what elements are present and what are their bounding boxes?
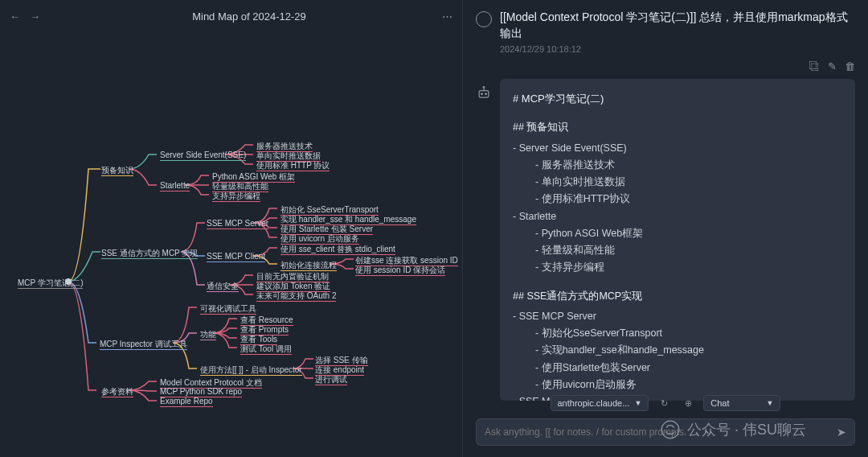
mm-node: 测试 Tool 调用 [240, 344, 292, 355]
md-h2: ## SSE通信方式的MCP实现 [513, 288, 842, 305]
more-menu-icon[interactable]: ⋯ [442, 10, 452, 23]
mm-node: 使用 session ID 保持会话 [355, 266, 445, 276]
svg-rect-1 [479, 91, 489, 97]
md-li: - 使用标准HTTP协议 [513, 191, 842, 208]
timestamp: 2024/12/29 10:18:12 [463, 44, 868, 60]
model-label: anthropic.claude... [558, 398, 630, 408]
md-li: - Python ASGI Web框架 [513, 225, 842, 242]
mm-node: MCP Inspector 调试工具 [100, 340, 187, 350]
send-icon[interactable]: ➤ [837, 426, 846, 438]
md-li: - 实现handler_sse和handle_message [513, 342, 842, 359]
bot-avatar [476, 85, 492, 101]
prompt-title: [[Model Context Protocol 学习笔记(二)]] 总结，并且… [500, 10, 855, 41]
mm-node: 进行调试 [315, 375, 347, 385]
mindmap-title: Mind Map of 2024-12-29 [56, 10, 442, 23]
svg-point-2 [481, 93, 483, 95]
edit-icon[interactable]: ✎ [828, 60, 837, 72]
md-li: - 支持异步编程 [513, 259, 842, 276]
chat-input[interactable] [485, 426, 837, 438]
mm-node: SSE MCP Client [207, 252, 265, 262]
mm-node: Server Side Event(SSE) [160, 150, 246, 161]
md-li: - 使用Starlette包装Server [513, 360, 842, 377]
md-li: - Starlette [513, 208, 842, 225]
mode-label: Chat [710, 398, 729, 408]
model-select[interactable]: anthropic.claude... ▼ [551, 395, 649, 411]
md-li: - Server Side Event(SSE) [513, 140, 842, 157]
delete-icon[interactable]: 🗑 [845, 60, 855, 72]
mode-select[interactable]: Chat ▼ [703, 395, 780, 411]
mm-node: 通信安全 [207, 282, 239, 292]
mm-node: SSE 通信方式的 MCP 实现 [101, 249, 198, 259]
svg-point-3 [485, 93, 487, 95]
mm-node: 使用方法[[ ]] - 启动 Inspector [200, 365, 302, 376]
refresh-icon[interactable]: ↻ [655, 394, 673, 412]
mm-node: 支持异步编程 [212, 191, 260, 202]
md-li: - 初始化SseServerTransport [513, 325, 842, 342]
mindmap-canvas[interactable]: MCP 学习笔记(二) 预备知识 Server Side Event(SSE) … [0, 32, 462, 457]
md-li: - SSE MCP Server [513, 308, 842, 325]
mm-node: Starlette [160, 181, 190, 191]
mm-node: SSE MCP Server [207, 219, 268, 229]
md-li: - 轻量级和高性能 [513, 242, 842, 259]
chevron-down-icon: ▼ [634, 399, 641, 407]
md-li: - 单向实时推送数据 [513, 174, 842, 191]
user-avatar [476, 11, 492, 27]
md-h2: ## 预备知识 [513, 119, 842, 136]
mm-root: MCP 学习笔记(二) [18, 278, 83, 289]
nav-back-icon[interactable]: ← [10, 10, 20, 23]
mm-node: 参考资料 [101, 387, 133, 397]
mm-node: 未来可能支持 OAuth 2 [256, 291, 336, 302]
mm-node: Example Repo [160, 397, 213, 407]
svg-point-5 [483, 87, 485, 89]
mm-node: 功能 [200, 330, 216, 340]
md-h1: # MCP学习笔记(二) [513, 90, 842, 108]
md-li: - 服务器推送技术 [513, 157, 842, 174]
nav-forward-icon[interactable]: → [30, 10, 40, 23]
mm-node: 预备知识 [101, 166, 133, 176]
chevron-down-icon: ▼ [767, 399, 774, 407]
new-chat-icon[interactable]: ⊕ [679, 394, 697, 412]
markdown-output[interactable]: # MCP学习笔记(二) ## 预备知识 - Server Side Event… [500, 79, 855, 401]
copy-icon[interactable]: ⿻ [809, 60, 820, 72]
